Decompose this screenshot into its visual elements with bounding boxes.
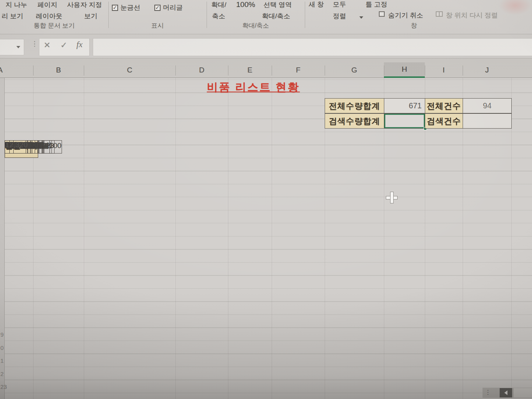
group-label-show: 표시 bbox=[108, 22, 207, 30]
gridline bbox=[228, 78, 228, 399]
group-label-window: 창 bbox=[305, 22, 523, 30]
zoom-to-selection-button[interactable]: 선택 영역 bbox=[263, 0, 292, 9]
freeze-panes-button[interactable]: 틀 고정 bbox=[366, 0, 387, 9]
column-header-row: ABCDEFGHIJ bbox=[0, 58, 532, 78]
arrange-all-button[interactable]: 모두 bbox=[333, 0, 346, 9]
reset-window-position-icon bbox=[436, 11, 443, 17]
zoom-to-selection-button-line2[interactable]: 확대/축소 bbox=[262, 12, 290, 21]
page-break-preview-button[interactable]: 지 나누 bbox=[5, 0, 27, 9]
page-title[interactable]: 비품 리스트 현황 bbox=[183, 79, 323, 95]
scrollbar-thumb[interactable] bbox=[514, 388, 532, 397]
custom-views-button-line2[interactable]: 보기 bbox=[84, 12, 97, 21]
scroll-left-icon bbox=[504, 390, 507, 395]
column-separator bbox=[384, 65, 384, 76]
column-header-G[interactable]: G bbox=[325, 62, 384, 78]
row-number: 2 bbox=[0, 371, 4, 377]
column-separator bbox=[272, 65, 272, 76]
total-qty-value-cell[interactable]: 671 bbox=[384, 98, 425, 113]
gridline bbox=[84, 78, 84, 399]
cell-residual-value[interactable]: 12,320 bbox=[5, 140, 28, 154]
page-layout-button-line2[interactable]: 레이아웃 bbox=[36, 12, 62, 21]
row-number: 9 bbox=[0, 331, 4, 338]
search-count-value-cell[interactable] bbox=[463, 113, 512, 129]
formula-input[interactable] bbox=[93, 38, 532, 56]
formula-bar: ⋮ ✕ ✓ fx bbox=[0, 34, 532, 58]
page-layout-button[interactable]: 페이지 bbox=[37, 0, 57, 9]
zoom-button[interactable]: 확대/ bbox=[211, 0, 226, 9]
cell-cursor-icon bbox=[386, 192, 398, 203]
total-count-label-cell[interactable]: 전체건수 bbox=[425, 98, 463, 113]
column-separator bbox=[325, 65, 325, 76]
column-header-H[interactable]: H bbox=[384, 62, 425, 78]
sheet-area: 901223 비품 리스트 현황 전체수량합계 671 전체건수 94 검색수량… bbox=[0, 78, 532, 399]
page-break-preview-button-line2[interactable]: 리 보기 bbox=[2, 12, 23, 21]
column-separator bbox=[228, 65, 228, 76]
search-count-label-cell[interactable]: 검색건수 bbox=[425, 113, 463, 129]
scroll-left-button[interactable] bbox=[500, 388, 512, 397]
formula-bar-dots-icon[interactable]: ⋮ bbox=[31, 40, 37, 48]
column-header-I[interactable]: I bbox=[425, 62, 463, 78]
column-header-C[interactable]: C bbox=[84, 62, 175, 78]
column-header-B[interactable]: B bbox=[33, 62, 84, 78]
custom-views-button[interactable]: 사용자 지정 bbox=[67, 0, 102, 9]
name-box-dropdown-icon[interactable] bbox=[16, 46, 20, 48]
arrange-all-button-line2[interactable]: 정렬 bbox=[333, 12, 346, 21]
column-separator bbox=[175, 65, 176, 76]
group-label-zoom: 확대/축소 bbox=[207, 22, 305, 30]
ribbon-view-tab: 지 나누 리 보기 페이지 레이아웃 사용자 지정 보기 통합 문서 보기 ✓ … bbox=[0, 0, 532, 34]
total-qty-label-cell[interactable]: 전체수량합계 bbox=[325, 98, 384, 113]
row-number: 23 bbox=[0, 383, 7, 390]
column-header-E[interactable]: E bbox=[228, 62, 272, 78]
column-header-A[interactable]: A bbox=[0, 62, 33, 78]
column-separator bbox=[33, 65, 34, 76]
headings-checkbox[interactable]: ✓ 머리글 bbox=[154, 3, 183, 12]
excel-window: 지 나누 리 보기 페이지 레이아웃 사용자 지정 보기 통합 문서 보기 ✓ … bbox=[0, 0, 532, 399]
search-qty-label-cell[interactable]: 검색수량합계 bbox=[325, 113, 384, 129]
group-label-workbook-views: 통합 문서 보기 bbox=[0, 22, 108, 30]
gridline bbox=[175, 78, 176, 399]
gridline bbox=[272, 78, 272, 399]
checkbox-check-icon: ✓ bbox=[154, 5, 161, 11]
column-header-D[interactable]: D bbox=[175, 62, 228, 78]
row-number-gutter: 901223 bbox=[0, 78, 5, 399]
column-separator bbox=[84, 65, 84, 76]
gridline bbox=[33, 78, 34, 399]
arrange-all-dropdown-icon[interactable] bbox=[359, 16, 363, 19]
gridlines-checkbox[interactable]: ✓ 눈금선 bbox=[112, 3, 140, 12]
column-header-F[interactable]: F bbox=[272, 62, 325, 78]
new-window-button[interactable]: 새 창 bbox=[309, 0, 324, 9]
zoom-button-line2[interactable]: 축소 bbox=[212, 12, 225, 21]
column-separator bbox=[425, 65, 425, 76]
unhide-icon bbox=[379, 11, 385, 17]
scrollbar-dots-icon[interactable]: ⋮ bbox=[485, 388, 491, 396]
row-number: 0 bbox=[0, 344, 4, 351]
row-number: 1 bbox=[0, 357, 4, 364]
checkbox-check-icon: ✓ bbox=[112, 5, 118, 11]
enter-icon[interactable]: ✓ bbox=[60, 41, 67, 50]
column-separator bbox=[463, 65, 463, 76]
column-header-J[interactable]: J bbox=[463, 62, 511, 78]
reset-window-position-button[interactable]: 창 위치 다시 정렬 bbox=[446, 11, 498, 20]
total-count-value-cell[interactable]: 94 bbox=[463, 98, 512, 113]
name-box[interactable] bbox=[0, 39, 24, 55]
zoom-100-button[interactable]: 100% bbox=[236, 0, 255, 9]
unhide-button[interactable]: 숨기기 취소 bbox=[388, 11, 423, 20]
horizontal-scrollbar: ⋮ bbox=[483, 388, 532, 398]
insert-function-icon[interactable]: fx bbox=[76, 39, 83, 49]
search-qty-value-cell-selected[interactable] bbox=[384, 113, 425, 129]
cancel-icon[interactable]: ✕ bbox=[44, 41, 51, 50]
